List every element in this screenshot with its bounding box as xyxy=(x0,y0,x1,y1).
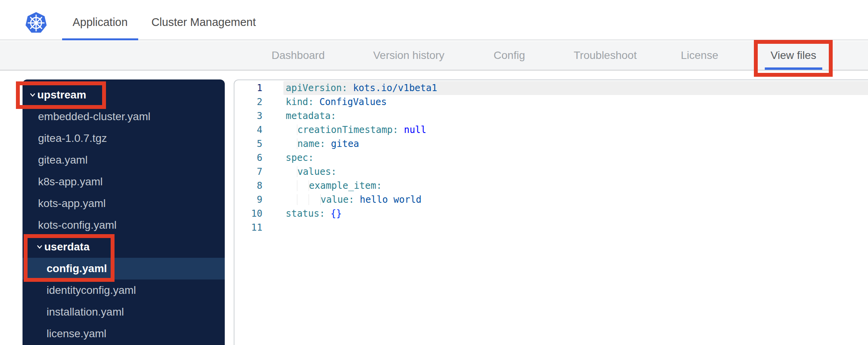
tab-dashboard-label: Dashboard xyxy=(272,49,325,62)
tree-item-label: userdata xyxy=(44,241,90,253)
tree-item-label: embedded-cluster.yaml xyxy=(38,110,150,123)
tab-application[interactable]: Application xyxy=(62,4,138,40)
line-number: 7 xyxy=(234,165,283,179)
app-header: Application Cluster Management xyxy=(0,4,868,40)
tree-file-identityconfig.yaml[interactable]: identityconfig.yaml xyxy=(23,279,225,301)
code-line-4[interactable]: 4 creationTimestamp: null xyxy=(234,123,868,137)
code-line-11[interactable]: 11 xyxy=(234,221,868,235)
code-line-content: apiVersion: kots.io/v1beta1 xyxy=(283,81,868,95)
line-number: 5 xyxy=(234,137,283,151)
code-line-content: example_item: xyxy=(283,179,868,193)
tab-config[interactable]: Config xyxy=(488,41,531,70)
line-number: 10 xyxy=(234,207,283,221)
tab-cluster-management[interactable]: Cluster Management xyxy=(141,4,266,40)
yaml-editor[interactable]: 1apiVersion: kots.io/v1beta12kind: Confi… xyxy=(234,79,868,345)
indent-guide xyxy=(309,194,321,205)
line-number: 1 xyxy=(234,81,283,95)
code-line-3[interactable]: 3metadata: xyxy=(234,109,868,123)
code-line-7[interactable]: 7 values: xyxy=(234,165,868,179)
tree-file-embedded-cluster.yaml[interactable]: embedded-cluster.yaml xyxy=(23,106,225,128)
header-tabs: Application Cluster Management xyxy=(62,4,266,40)
tree-item-label: config.yaml xyxy=(46,262,107,275)
code-line-content xyxy=(283,221,868,235)
code-line-6[interactable]: 6spec: xyxy=(234,151,868,165)
indent-guide xyxy=(297,194,309,205)
token-key: name: xyxy=(297,138,325,149)
tree-item-label: gitea-1.0.7.tgz xyxy=(38,132,107,145)
token-key: creationTimestamp: xyxy=(297,124,398,135)
tab-troubleshoot[interactable]: Troubleshoot xyxy=(568,41,642,70)
tree-item-label: k8s-app.yaml xyxy=(38,176,103,188)
tree-file-kots-config.yaml[interactable]: kots-config.yaml xyxy=(23,214,225,236)
tree-item-label: kots-config.yaml xyxy=(38,219,116,231)
code-line-1[interactable]: 1apiVersion: kots.io/v1beta1 xyxy=(234,81,868,95)
tab-application-label: Application xyxy=(73,16,128,29)
code-line-9[interactable]: 9 value: hello world xyxy=(234,193,868,207)
token-key: kind: xyxy=(286,97,314,107)
code-line-content: metadata: xyxy=(283,109,868,123)
token-bracket: {} xyxy=(325,208,342,219)
code-line-content: kind: ConfigValues xyxy=(283,95,868,109)
code-line-content: name: gitea xyxy=(283,137,868,151)
tab-view-files-label: View files xyxy=(771,49,816,62)
token-key: metadata: xyxy=(286,110,336,121)
tab-dashboard[interactable]: Dashboard xyxy=(266,41,331,70)
line-number: 9 xyxy=(234,193,283,207)
tree-folder-userdata[interactable]: userdata xyxy=(23,236,225,258)
line-number: 6 xyxy=(234,151,283,165)
tab-license-label: License xyxy=(681,49,719,62)
tree-file-config.yaml[interactable]: config.yaml xyxy=(23,258,225,279)
code-line-8[interactable]: 8 example_item: xyxy=(234,179,868,193)
tree-item-label: upstream xyxy=(37,89,86,101)
code-line-5[interactable]: 5 name: gitea xyxy=(234,137,868,151)
indent-guide xyxy=(286,124,297,135)
token-key: value: xyxy=(321,194,354,205)
line-number: 2 xyxy=(234,95,283,109)
token-key: apiVersion: xyxy=(286,83,347,93)
tree-file-installation.yaml[interactable]: installation.yaml xyxy=(23,301,225,323)
tree-item-label: kots-app.yaml xyxy=(38,197,106,210)
indent-guide xyxy=(286,138,297,149)
tree-file-license.yaml[interactable]: license.yaml xyxy=(23,323,225,345)
chevron-down-icon xyxy=(29,91,36,98)
token-str: gitea xyxy=(325,138,359,149)
token-key: status: xyxy=(286,208,325,219)
code-line-2[interactable]: 2kind: ConfigValues xyxy=(234,95,868,109)
code-line-content: creationTimestamp: null xyxy=(283,123,868,137)
indent-guide xyxy=(286,194,297,205)
tab-version-history-label: Version history xyxy=(373,49,444,62)
token-str: hello world xyxy=(354,194,421,205)
chevron-down-icon xyxy=(36,243,43,250)
token-kw: null xyxy=(398,124,426,135)
code-line-content: spec: xyxy=(283,151,868,165)
token-key: spec: xyxy=(286,152,314,163)
tab-license[interactable]: License xyxy=(675,41,724,70)
token-str: kots.io/v1beta1 xyxy=(347,83,437,93)
tree-item-label: identityconfig.yaml xyxy=(46,284,136,297)
tree-folder-upstream[interactable]: upstream xyxy=(23,84,225,106)
token-str: ConfigValues xyxy=(314,97,387,107)
tree-file-gitea.yaml[interactable]: gitea.yaml xyxy=(23,149,225,171)
app-sub-nav: Dashboard Version history Config Trouble… xyxy=(0,41,868,71)
file-tree-sidebar: upstreamembedded-cluster.yamlgitea-1.0.7… xyxy=(23,79,225,345)
indent-guide xyxy=(297,180,309,191)
tree-file-gitea-1.0.7.tgz[interactable]: gitea-1.0.7.tgz xyxy=(23,128,225,149)
tab-view-files[interactable]: View files xyxy=(765,41,822,70)
kubernetes-logo-icon xyxy=(25,11,47,34)
tree-file-kots-app.yaml[interactable]: kots-app.yaml xyxy=(23,193,225,214)
tree-file-k8s-app.yaml[interactable]: k8s-app.yaml xyxy=(23,171,225,193)
token-key: values: xyxy=(297,166,337,177)
code-line-content: values: xyxy=(283,165,868,179)
indent-guide xyxy=(286,180,297,191)
line-number: 4 xyxy=(234,123,283,137)
tree-item-label: license.yaml xyxy=(46,328,106,340)
tree-item-label: installation.yaml xyxy=(46,306,124,318)
tab-cluster-management-label: Cluster Management xyxy=(151,16,256,29)
code-line-content: status: {} xyxy=(283,207,868,221)
line-number: 3 xyxy=(234,109,283,123)
line-number: 8 xyxy=(234,179,283,193)
tab-troubleshoot-label: Troubleshoot xyxy=(574,49,637,62)
tab-version-history[interactable]: Version history xyxy=(367,41,450,70)
tab-config-label: Config xyxy=(494,49,525,62)
code-line-10[interactable]: 10status: {} xyxy=(234,207,868,221)
